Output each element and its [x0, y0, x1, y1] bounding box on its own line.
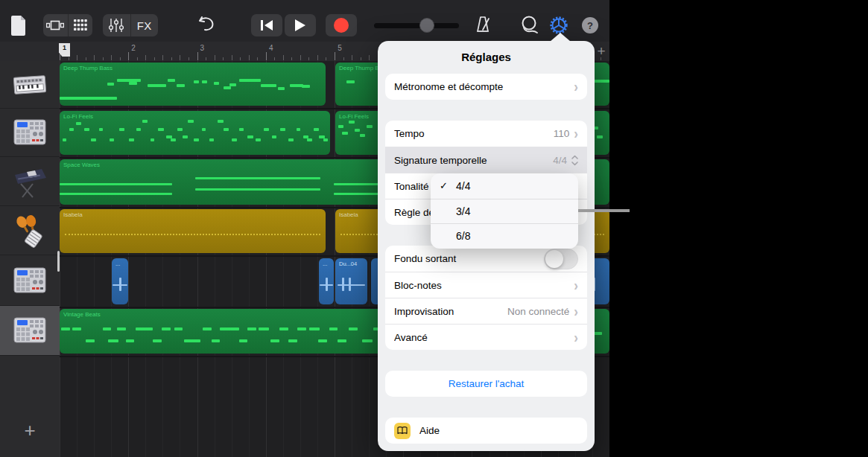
- region-isabela[interactable]: Isabela: [60, 209, 326, 253]
- metronome-group: Métronome et décompte ›: [385, 74, 587, 100]
- region-label: Lo-Fi Feels: [339, 113, 369, 120]
- add-section-button[interactable]: +: [594, 42, 609, 60]
- region-audio-recorder[interactable]: ...: [319, 258, 334, 304]
- ruler-tick: [128, 52, 129, 60]
- help-question-icon: ?: [587, 20, 593, 31]
- midi-note: [247, 135, 253, 138]
- midi-note: [224, 128, 229, 131]
- rewind-button[interactable]: [251, 14, 282, 36]
- ruler-tick: [240, 57, 241, 60]
- midi-note: [91, 138, 96, 141]
- tempo-label: Tempo: [394, 128, 554, 139]
- playhead-marker[interactable]: 1: [59, 43, 70, 57]
- fx-button[interactable]: FX: [130, 14, 159, 36]
- midi-note: [188, 120, 193, 123]
- drum-machine-icon: [12, 316, 48, 345]
- mixer-controls-button[interactable]: [103, 14, 130, 36]
- midi-note: [256, 138, 261, 141]
- midi-note: [349, 121, 354, 124]
- region-label: ...: [115, 261, 120, 267]
- region-label: Deep Thump Bass: [63, 65, 113, 71]
- midi-note: [195, 177, 320, 179]
- midi-note: [177, 128, 183, 131]
- time-signature-menu: ✓ 4/4 3/4 6/8: [431, 173, 578, 249]
- fade-out-toggle[interactable]: [544, 249, 578, 269]
- track-header-audio-recorder[interactable]: [0, 255, 60, 306]
- time-signature-value: 4/4: [553, 155, 567, 166]
- chevron-right-icon: ›: [574, 304, 578, 319]
- track-header-vintage-beats[interactable]: [0, 306, 60, 356]
- help-row[interactable]: Aide: [385, 418, 587, 444]
- tempo-value: 110: [554, 128, 570, 139]
- midi-note: [272, 135, 276, 138]
- document-browser-icon[interactable]: [10, 15, 27, 36]
- loop-browser-icon[interactable]: [519, 16, 539, 34]
- add-track-button[interactable]: +: [19, 420, 40, 441]
- waveform-spike: [326, 278, 328, 291]
- tracks-view-button[interactable]: [43, 14, 68, 36]
- region-audio-recorder[interactable]: ...: [112, 258, 128, 304]
- play-button[interactable]: [285, 14, 316, 36]
- chevron-right-icon: ›: [574, 127, 578, 141]
- ruler-tick: [257, 57, 258, 60]
- ruler-tick: [197, 52, 198, 60]
- fade-out-row[interactable]: Fondu sortant: [385, 246, 587, 272]
- waveform-centerline: [338, 284, 366, 286]
- menu-item-label: 4/4: [456, 180, 470, 192]
- midi-note: [209, 138, 214, 141]
- track-header-percussion[interactable]: [0, 206, 60, 255]
- midi-note: [297, 327, 306, 330]
- ruler-tick: [94, 55, 95, 60]
- settings-title: Réglages: [378, 51, 595, 63]
- ruler-tick: [369, 55, 370, 60]
- track-header-lofi-drums[interactable]: [0, 109, 60, 157]
- midi-note: [224, 86, 232, 89]
- volume-slider-knob[interactable]: [419, 18, 434, 33]
- help-group: Aide: [385, 418, 587, 444]
- midi-note: [86, 339, 95, 342]
- region-deep-thump-bass[interactable]: Deep Thump Bass: [60, 63, 326, 106]
- midi-note: [153, 339, 162, 342]
- midi-note: [338, 339, 346, 342]
- notepad-label: Bloc-notes: [394, 280, 574, 291]
- menu-item-4-4[interactable]: ✓ 4/4: [431, 173, 578, 199]
- midi-note: [168, 79, 176, 82]
- notepad-row[interactable]: Bloc-notes ›: [385, 272, 587, 298]
- region-audio-recorder[interactable]: Du...04: [335, 258, 367, 304]
- midi-note: [69, 128, 74, 131]
- live-loops-grid-button[interactable]: [68, 14, 93, 36]
- menu-item-3-4[interactable]: 3/4: [431, 199, 578, 224]
- midi-note: [309, 327, 320, 330]
- midi-note: [63, 138, 67, 141]
- midi-note: [280, 128, 285, 131]
- tempo-row[interactable]: Tempo 110 ›: [385, 121, 587, 147]
- track-header-bass[interactable]: [0, 61, 60, 109]
- bar-number: 2: [131, 44, 136, 52]
- track-headers-sidebar: +: [0, 61, 60, 457]
- track-header-synth-keys[interactable]: [0, 157, 60, 206]
- undo-icon[interactable]: [196, 16, 215, 33]
- midi-note: [302, 85, 310, 88]
- ruler-tick: [180, 55, 180, 60]
- chooser-up-down-icon: [571, 155, 578, 166]
- midi-note: [203, 327, 212, 330]
- help-button[interactable]: ?: [582, 17, 598, 33]
- midi-note: [218, 120, 223, 123]
- midi-note: [61, 327, 70, 330]
- jam-session-row[interactable]: Improvisation Non connecté ›: [385, 298, 587, 324]
- region-lofi-feels[interactable]: Lo-Fi Feels: [60, 111, 330, 155]
- record-button[interactable]: [326, 14, 357, 36]
- metronome-icon[interactable]: [475, 16, 492, 33]
- restore-purchase-button[interactable]: Restaurer l'achat: [385, 371, 587, 397]
- midi-note: [84, 128, 89, 131]
- region-label: Du...04: [339, 261, 357, 267]
- ruler-tick: [154, 57, 155, 60]
- fx-label: FX: [137, 19, 152, 32]
- keyboard-synth-icon: [10, 164, 49, 199]
- advanced-row[interactable]: Avancé ›: [385, 324, 587, 350]
- metronome-row[interactable]: Métronome et décompte ›: [385, 74, 587, 100]
- midi-note: [229, 83, 236, 86]
- master-volume-slider[interactable]: [374, 23, 459, 28]
- menu-item-6-8[interactable]: 6/8: [431, 223, 578, 249]
- time-signature-row[interactable]: Signature temporelle 4/4: [385, 147, 587, 173]
